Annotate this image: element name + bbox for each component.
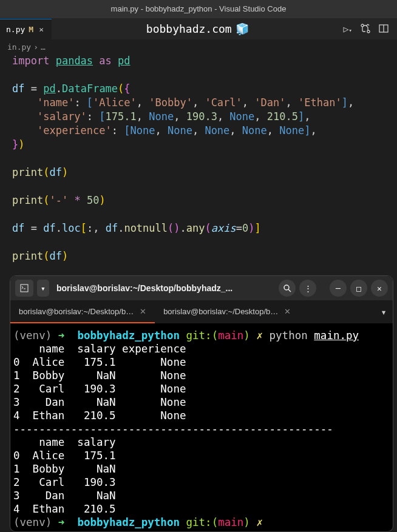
terminal-close-icon[interactable]: ✕ (371, 280, 388, 297)
terminal-tab-1-label: borislav@borislav:~/Desktop/b… (19, 307, 134, 316)
breadcrumb-rest: … (41, 42, 46, 52)
tab-filename: n.py (6, 25, 25, 34)
terminal-window: ▾ borislav@borislav:~/Desktop/bobbyhadz_… (10, 275, 393, 532)
terminal-title: borislav@borislav:~/Desktop/bobbyhadz_..… (53, 283, 275, 293)
breadcrumb[interactable]: in.py › … (0, 39, 397, 54)
window-title: main.py - bobbyhadz_python - Visual Stud… (111, 4, 287, 13)
site-title: bobbyhadz.com (146, 22, 232, 35)
git-compare-icon[interactable] (361, 24, 370, 35)
tab-center-title: bobbyhadz.com 🧊 (52, 22, 344, 35)
terminal-dropdown-icon[interactable]: ▾ (37, 280, 49, 297)
tab-modified-marker: M (29, 25, 33, 34)
terminal-maximize-icon[interactable]: □ (350, 280, 367, 297)
terminal-tab-2[interactable]: borislav@borislav:~/Desktop/b… ✕ (155, 300, 299, 323)
terminal-menu-icon[interactable]: ⋮ (299, 280, 316, 297)
editor-tab-main-py[interactable]: n.py M × (0, 18, 52, 39)
split-editor-icon[interactable] (379, 24, 389, 35)
cube-icon: 🧊 (236, 22, 249, 35)
editor-actions: ▷▾ (344, 24, 397, 35)
terminal-tab-1-close-icon[interactable]: ✕ (140, 307, 146, 316)
svg-rect-2 (21, 285, 28, 292)
terminal-tab-2-label: borislav@borislav:~/Desktop/b… (163, 307, 278, 316)
run-icon[interactable]: ▷▾ (344, 24, 352, 35)
terminal-icon[interactable] (15, 280, 33, 297)
terminal-tab-1[interactable]: borislav@borislav:~/Desktop/b… ✕ (10, 300, 155, 323)
breadcrumb-sep: › (33, 42, 38, 52)
terminal-output-2: name salary 0 Alice 175.1 1 Bobby NaN 2 … (13, 436, 116, 515)
code-editor[interactable]: import pandas as pd df = pd.DataFrame({ … (0, 54, 397, 269)
terminal-minimize-icon[interactable]: ─ (330, 280, 347, 297)
terminal-tab-2-close-icon[interactable]: ✕ (284, 307, 291, 316)
terminal-tab-row: borislav@borislav:~/Desktop/b… ✕ borisla… (10, 300, 393, 323)
tab-close-icon[interactable]: × (37, 25, 46, 34)
svg-point-3 (284, 285, 289, 290)
terminal-search-icon[interactable] (279, 280, 296, 297)
terminal-tab-new-icon[interactable]: ▾ (375, 300, 393, 323)
window-titlebar: main.py - bobbyhadz_python - Visual Stud… (0, 0, 397, 18)
terminal-output[interactable]: (venv) ➜ bobbyhadz_python git:(main) ✗ p… (10, 323, 393, 532)
breadcrumb-file: in.py (7, 42, 31, 52)
editor-tab-row: n.py M × bobbyhadz.com 🧊 ▷▾ (0, 18, 397, 39)
svg-line-4 (288, 289, 291, 292)
terminal-divider: ----------------------------------------… (13, 423, 333, 435)
terminal-output-1: name salary experience 0 Alice 175.1 Non… (13, 343, 186, 422)
terminal-titlebar: ▾ borislav@borislav:~/Desktop/bobbyhadz_… (10, 276, 393, 300)
